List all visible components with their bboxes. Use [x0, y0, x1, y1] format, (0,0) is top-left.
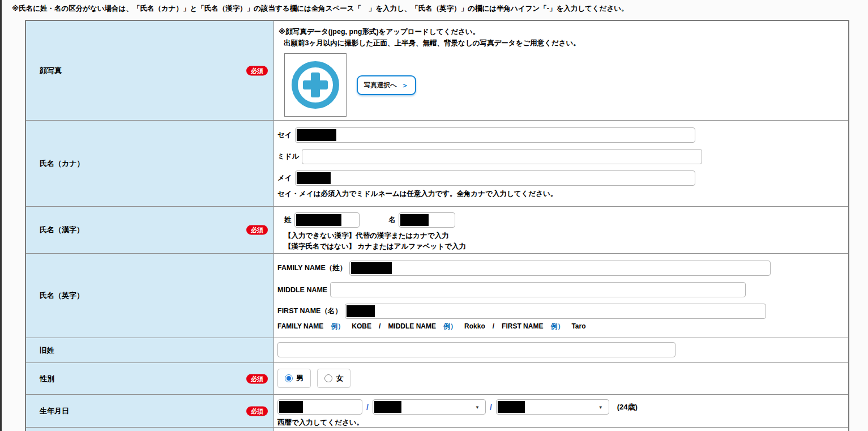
- birth-label: 生年月日: [40, 406, 69, 416]
- page-left-edge: [0, 0, 2, 431]
- gender-option-male[interactable]: 男: [277, 369, 311, 388]
- redacted-value: [400, 214, 429, 226]
- redacted-value: [297, 172, 331, 184]
- last-name-kanji-input[interactable]: [294, 212, 360, 228]
- partial-label-cell: [26, 428, 274, 431]
- first-name-label: FIRST NAME（名）: [277, 306, 342, 316]
- birth-year-input[interactable]: [277, 399, 362, 415]
- english-label: 氏名（英字）: [40, 291, 84, 301]
- birth-day-select[interactable]: ▼: [496, 399, 609, 415]
- middle-name-label: MIDDLE NAME: [277, 286, 327, 294]
- birth-month-select[interactable]: ▼: [373, 399, 486, 415]
- redacted-value: [347, 305, 375, 317]
- sei-kana-input[interactable]: [295, 127, 695, 143]
- required-badge: 必須: [246, 406, 268, 416]
- last-name-kanji-label: 姓: [284, 215, 292, 225]
- english-input-cell: FAMILY NAME（姓） MIDDLE NAME FIRST NAME（名）…: [274, 254, 848, 338]
- birth-label-cell: 生年月日 必須: [26, 395, 274, 427]
- photo-select-button-label: 写真選択へ: [364, 81, 397, 89]
- gender-option-female[interactable]: 女: [317, 369, 350, 388]
- photo-input-cell: ※顔写真データ(jpeg, png形式)をアップロードしてください。 出願前3ヶ…: [274, 21, 848, 120]
- english-label-cell: 氏名（英字）: [26, 254, 274, 338]
- partial-input-cell: [274, 428, 848, 431]
- middle-kana-label: ミドル: [277, 152, 299, 161]
- required-badge: 必須: [246, 374, 268, 383]
- middle-kana-input[interactable]: [302, 149, 702, 164]
- mei-kana-label: メイ: [277, 173, 292, 183]
- photo-label-cell: 顔写真 必須: [26, 21, 274, 120]
- gender-female-label: 女: [336, 373, 343, 383]
- kana-label-cell: 氏名（カナ）: [26, 121, 274, 206]
- row-name-english: 氏名（英字） FAMILY NAME（姓） MIDDLE NAME FIRST …: [26, 254, 848, 338]
- applicant-info-table: 顔写真 必須 ※顔写真データ(jpeg, png形式)をアップロードしてください…: [25, 20, 849, 431]
- age-display: (24歳): [617, 402, 638, 412]
- date-separator: /: [366, 403, 369, 412]
- radio-selected-icon: [285, 374, 293, 382]
- photo-select-button[interactable]: 写真選択へ ＞: [357, 75, 416, 95]
- required-badge: 必須: [246, 225, 268, 235]
- dropdown-arrow-icon: ▼: [475, 404, 480, 409]
- redacted-value: [374, 401, 401, 413]
- family-name-input[interactable]: [349, 261, 771, 276]
- add-photo-icon: [292, 61, 339, 109]
- kana-input-cell: セイ ミドル メイ セイ・メイは必須入力でミドルネームは任意入力です。全角カナで…: [274, 121, 848, 206]
- row-name-kanji: 氏名（漢字） 必須 姓 名 【入力できない漢字】代替の漢字またはカナで入力 【漢…: [26, 207, 848, 254]
- maiden-label-cell: 旧姓: [26, 338, 274, 362]
- family-name-label: FAMILY NAME（姓）: [277, 263, 347, 273]
- gender-label-cell: 性別 必須: [26, 363, 274, 394]
- row-photo: 顔写真 必須 ※顔写真データ(jpeg, png形式)をアップロードしてください…: [26, 21, 848, 121]
- row-maiden-name: 旧姓: [26, 338, 848, 363]
- redacted-value: [351, 262, 392, 274]
- radio-unselected-icon: [324, 374, 332, 382]
- dropdown-arrow-icon: ▼: [598, 404, 603, 409]
- birth-input-cell: / ▼ / ▼ (24歳) 西暦で入力してください。: [274, 395, 848, 427]
- gender-input-cell: 男 女: [274, 363, 848, 394]
- birth-note: 西暦で入力してください。: [277, 417, 843, 428]
- kanji-label: 氏名（漢字）: [40, 225, 84, 235]
- maiden-input-cell: [274, 338, 848, 362]
- english-name-example: FAMILY NAME例）KOBE/MIDDLE NAME例）Rokko/FIR…: [277, 322, 843, 331]
- row-next-partial: [26, 428, 848, 431]
- first-name-kanji-input[interactable]: [399, 212, 455, 228]
- kanji-note-2: 【漢字氏名ではない】 カナまたはアルファベットで入力: [284, 241, 843, 252]
- photo-note-1: ※顔写真データ(jpeg, png形式)をアップロードしてください。: [279, 27, 843, 37]
- kanji-label-cell: 氏名（漢字） 必須: [26, 207, 274, 253]
- gender-male-label: 男: [296, 373, 303, 383]
- row-gender: 性別 必須 男 女: [26, 363, 848, 395]
- mei-kana-input[interactable]: [295, 170, 695, 186]
- redacted-value: [296, 214, 341, 226]
- form-instruction-note: ※氏名に姓・名の区分がない場合は、「氏名（カナ）」と「氏名（漢字）」の該当する欄…: [12, 4, 628, 14]
- middle-name-input[interactable]: [330, 282, 746, 297]
- photo-note-2: 出願前3ヶ月以内に撮影した正面、上半身、無帽、背景なしの写真データをご用意くださ…: [284, 39, 843, 48]
- maiden-label: 旧姓: [40, 345, 54, 356]
- redacted-value: [498, 401, 525, 413]
- maiden-name-input[interactable]: [277, 342, 675, 357]
- gender-label: 性別: [40, 374, 54, 384]
- redacted-value: [279, 401, 303, 413]
- kana-label: 氏名（カナ）: [40, 159, 84, 169]
- row-name-kana: 氏名（カナ） セイ ミドル メイ セイ・メイは必須入力でミドルネームは任意入力で…: [26, 121, 848, 207]
- required-badge: 必須: [246, 66, 268, 75]
- first-name-kanji-label: 名: [389, 215, 396, 225]
- photo-upload-box[interactable]: [284, 53, 347, 117]
- kanji-input-cell: 姓 名 【入力できない漢字】代替の漢字またはカナで入力 【漢字氏名ではない】 カ…: [274, 207, 848, 253]
- photo-label: 顔写真: [40, 66, 62, 76]
- first-name-input[interactable]: [345, 304, 766, 319]
- redacted-value: [297, 129, 336, 141]
- kanji-note-1: 【入力できない漢字】代替の漢字またはカナで入力: [284, 231, 843, 241]
- chevron-right-icon: ＞: [401, 82, 409, 89]
- row-birthdate: 生年月日 必須 / ▼ / ▼ (24歳) 西暦で入力してください: [26, 395, 848, 428]
- date-separator: /: [490, 403, 492, 412]
- sei-kana-label: セイ: [277, 130, 292, 140]
- kana-note: セイ・メイは必須入力でミドルネームは任意入力です。全角カナで入力してください。: [277, 189, 843, 199]
